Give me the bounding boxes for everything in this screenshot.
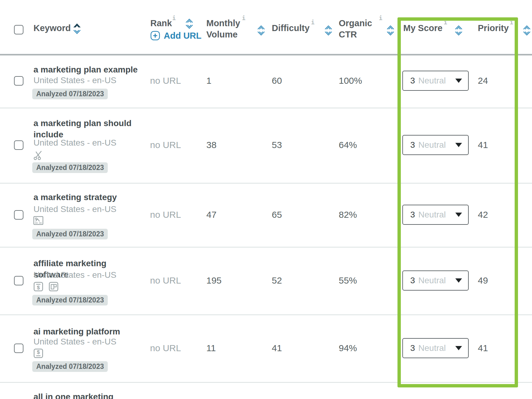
my-score-value: 3 <box>410 140 415 150</box>
table-row: ai marketing platform United States - en… <box>0 314 532 382</box>
add-url-button[interactable]: Add URL <box>150 30 201 41</box>
my-score-label: Neutral <box>418 210 446 220</box>
row-checkbox[interactable] <box>14 140 23 150</box>
priority-value: 49 <box>478 275 488 286</box>
table-row: a marketing strategy United States - en-… <box>0 183 532 247</box>
image-result-icon <box>33 215 44 226</box>
add-url-label: Add URL <box>164 30 201 41</box>
my-score-info-icon[interactable]: i <box>444 19 447 25</box>
rank-info-icon[interactable]: i <box>172 15 176 21</box>
priority-value: 41 <box>478 343 488 354</box>
my-score-dropdown[interactable]: 3 Neutral <box>402 135 469 155</box>
table-row: a marketing plan should include United S… <box>0 108 532 183</box>
priority-info-icon[interactable]: i <box>510 19 513 25</box>
dropdown-caret-icon <box>455 346 462 350</box>
rank-value: no URL <box>150 275 181 286</box>
paid-ad-bottom-icon: $ <box>33 348 44 359</box>
my-score-value: 3 <box>410 210 415 220</box>
svg-text:$: $ <box>37 285 40 291</box>
row-checkbox[interactable] <box>14 276 23 285</box>
sort-icon-priority[interactable] <box>522 25 531 36</box>
my-score-dropdown[interactable]: 3 Neutral <box>402 338 469 358</box>
sort-icon-monthly-volume[interactable] <box>257 25 266 36</box>
my-score-dropdown[interactable]: 3 Neutral <box>402 205 469 225</box>
row-checkbox[interactable] <box>14 76 23 86</box>
keyword-title: a marketing strategy <box>33 192 138 203</box>
rank-value: no URL <box>150 139 181 150</box>
organic-ctr-value: 64% <box>339 139 357 150</box>
my-score-value: 3 <box>410 343 415 353</box>
row-checkbox[interactable] <box>14 344 23 353</box>
keyword-title: ai marketing platform <box>33 326 138 337</box>
column-header-organic-ctr-line2[interactable]: CTR <box>339 29 372 40</box>
column-header-monthly-volume-line2[interactable]: Volume <box>206 29 240 40</box>
my-score-label: Neutral <box>418 76 446 86</box>
column-header-priority[interactable]: Priority <box>478 23 509 34</box>
sort-icon-my-score[interactable] <box>454 25 463 36</box>
difficulty-value: 52 <box>272 275 282 286</box>
analyzed-badge: Analyzed 07/18/2023 <box>32 295 108 305</box>
monthly-volume-value: 11 <box>206 343 216 354</box>
column-header-rank[interactable]: Rank <box>150 18 172 29</box>
analyzed-badge: Analyzed 07/18/2023 <box>32 361 108 372</box>
difficulty-value: 65 <box>272 209 282 220</box>
my-score-label: Neutral <box>418 343 446 353</box>
dropdown-caret-icon <box>455 278 462 283</box>
monthly-volume-value: 47 <box>206 209 216 220</box>
sort-icon-organic-ctr[interactable] <box>386 25 395 36</box>
table-row: a marketing plan example United States -… <box>0 54 532 108</box>
add-url-plus-icon <box>150 31 160 41</box>
dropdown-caret-icon <box>455 143 462 147</box>
keyword-title: a marketing plan should include <box>33 118 138 140</box>
organic-ctr-value: 94% <box>339 343 357 354</box>
keyword-locale: United States - en-US <box>33 138 116 148</box>
monthly-volume-value: 38 <box>206 139 216 150</box>
priority-value: 24 <box>478 75 488 86</box>
select-all-checkbox[interactable] <box>14 25 23 34</box>
organic-ctr-info-icon[interactable]: i <box>379 15 382 21</box>
difficulty-value: 60 <box>272 75 282 86</box>
dropdown-caret-icon <box>455 213 462 217</box>
rank-value: no URL <box>150 343 181 354</box>
product-listing-icon <box>48 281 59 292</box>
my-score-label: Neutral <box>418 140 446 150</box>
monthly-volume-info-icon[interactable]: i <box>242 15 245 21</box>
organic-ctr-value: 55% <box>339 275 357 286</box>
column-header-organic-ctr-line1[interactable]: Organic <box>339 18 372 29</box>
paid-ad-top-icon: $ <box>33 281 44 292</box>
table-row: affiliate marketing software United Stat… <box>0 247 532 314</box>
table-header: Keyword Rank i Add URL Monthly Volume i <box>0 0 532 54</box>
svg-text:$: $ <box>37 349 40 355</box>
my-score-dropdown[interactable]: 3 Neutral <box>402 71 469 91</box>
monthly-volume-value: 195 <box>206 275 222 286</box>
sort-icon-keyword[interactable] <box>72 23 82 37</box>
my-score-dropdown[interactable]: 3 Neutral <box>402 270 469 291</box>
row-checkbox[interactable] <box>14 210 23 220</box>
column-header-monthly-volume-line1[interactable]: Monthly <box>206 18 240 29</box>
priority-value: 41 <box>478 139 488 150</box>
sort-icon-rank[interactable] <box>185 18 194 29</box>
monthly-volume-value: 1 <box>206 75 212 86</box>
difficulty-info-icon[interactable]: i <box>311 19 314 25</box>
keyword-locale: United States - en-US <box>33 204 116 214</box>
difficulty-value: 41 <box>272 343 282 354</box>
my-score-value: 3 <box>410 76 415 86</box>
column-header-my-score[interactable]: My Score <box>403 23 443 34</box>
sort-icon-difficulty[interactable] <box>324 25 333 36</box>
keyword-title: all in one marketing <box>33 391 138 399</box>
priority-value: 42 <box>478 209 488 220</box>
my-score-value: 3 <box>410 276 415 285</box>
analyzed-badge: Analyzed 07/18/2023 <box>32 162 108 173</box>
keyword-locale: United States - en-US <box>33 75 116 86</box>
analyzed-badge: Analyzed 07/18/2023 <box>32 89 108 99</box>
table-row: all in one marketing <box>0 382 532 399</box>
dropdown-caret-icon <box>455 79 462 83</box>
column-header-keyword[interactable]: Keyword <box>33 23 71 34</box>
organic-ctr-value: 82% <box>339 209 357 220</box>
keyword-locale: United States - en-US <box>33 337 116 347</box>
keyword-locale: United States - en-US <box>33 270 116 280</box>
column-header-difficulty[interactable]: Difficulty <box>272 23 310 34</box>
analyzed-badge: Analyzed 07/18/2023 <box>32 229 108 239</box>
rank-value: no URL <box>150 75 181 86</box>
organic-ctr-value: 100% <box>339 75 362 86</box>
